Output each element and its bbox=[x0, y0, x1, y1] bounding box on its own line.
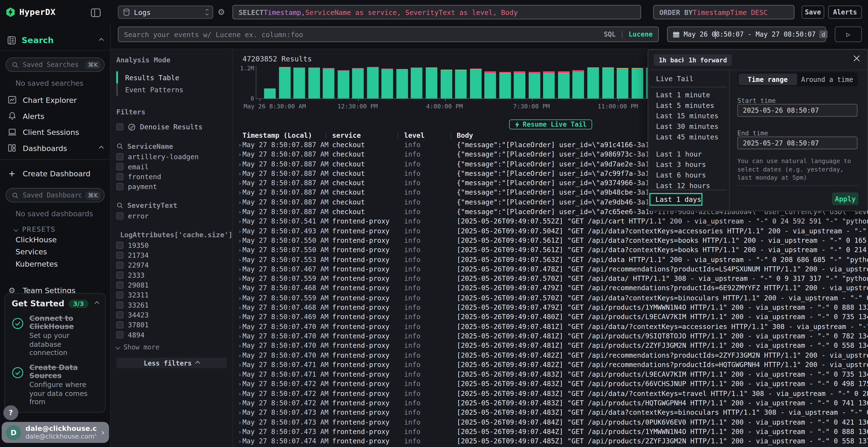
checkbox[interactable] bbox=[116, 291, 123, 299]
table-row[interactable]: › May 27 8:50:07.474 AM frontend-proxy i… bbox=[233, 437, 868, 447]
filter-value[interactable]: error bbox=[116, 212, 227, 220]
event-search-box[interactable]: SQL | Lucene bbox=[118, 27, 659, 42]
row-expand-chevron-icon[interactable]: › bbox=[238, 198, 242, 207]
row-expand-chevron-icon[interactable]: › bbox=[238, 303, 242, 313]
table-row[interactable]: › May 27 8:50:07.468 AM frontend-proxy i… bbox=[233, 303, 868, 313]
filter-value[interactable]: email bbox=[116, 163, 227, 170]
table-row[interactable]: › May 27 8:50:07.473 AM frontend-proxy i… bbox=[233, 418, 868, 427]
row-expand-chevron-icon[interactable]: › bbox=[238, 227, 242, 236]
range-option[interactable]: Last 15 minutes bbox=[656, 112, 718, 120]
table-row[interactable]: › May 27 8:50:07.468 AM frontend-proxy i… bbox=[233, 284, 868, 294]
histogram-bar[interactable] bbox=[631, 66, 643, 98]
row-expand-chevron-icon[interactable]: › bbox=[238, 284, 242, 294]
table-row[interactable]: › May 27 8:50:07.470 AM frontend-proxy i… bbox=[233, 341, 868, 351]
table-row[interactable]: › May 27 8:50:07.541 AM frontend-proxy i… bbox=[233, 217, 868, 227]
row-expand-chevron-icon[interactable]: › bbox=[238, 437, 242, 447]
row-expand-chevron-icon[interactable]: › bbox=[238, 313, 242, 322]
order-by-editor[interactable]: ORDER BY TimestampTime DESC bbox=[653, 5, 794, 20]
saved-dashboards-input[interactable] bbox=[23, 191, 81, 199]
row-expand-chevron-icon[interactable]: › bbox=[238, 294, 242, 303]
table-row[interactable]: › May 27 8:50:07.470 AM frontend-proxy i… bbox=[233, 332, 868, 341]
row-expand-chevron-icon[interactable]: › bbox=[238, 332, 242, 341]
checkbox[interactable] bbox=[116, 163, 123, 170]
run-query-button[interactable]: ▷ bbox=[835, 27, 862, 42]
row-expand-chevron-icon[interactable]: › bbox=[238, 418, 242, 427]
row-expand-chevron-icon[interactable]: › bbox=[238, 360, 242, 370]
checkbox[interactable] bbox=[116, 123, 123, 131]
mode-event-patterns[interactable]: Event Patterns bbox=[116, 83, 227, 96]
table-row[interactable]: › May 27 8:50:07.472 AM frontend-proxy i… bbox=[233, 389, 868, 399]
help-button[interactable]: ? bbox=[3, 405, 18, 420]
range-option[interactable]: Last 1 hour bbox=[656, 150, 702, 158]
filter-value[interactable]: 29081 bbox=[116, 281, 227, 289]
row-expand-chevron-icon[interactable]: › bbox=[238, 160, 242, 169]
preset-dashboard-link[interactable]: Services bbox=[0, 245, 110, 258]
histogram-bar[interactable] bbox=[587, 66, 599, 98]
row-expand-chevron-icon[interactable]: › bbox=[238, 255, 242, 265]
histogram-bar[interactable] bbox=[572, 66, 584, 98]
histogram-bar[interactable] bbox=[470, 66, 481, 98]
histogram-bar[interactable] bbox=[602, 66, 614, 98]
filter-value[interactable]: frontend bbox=[116, 173, 227, 180]
user-menu[interactable]: D dale@clickhouse.com dale@clickhouse.co… bbox=[2, 422, 109, 443]
presets-toggle[interactable]: PRESETS bbox=[14, 226, 110, 233]
row-expand-chevron-icon[interactable]: › bbox=[238, 217, 242, 227]
table-row[interactable]: › May 27 8:50:07.467 AM frontend-proxy i… bbox=[233, 265, 868, 274]
table-row[interactable]: › May 27 8:50:07.470 AM frontend-proxy i… bbox=[233, 351, 868, 360]
range-option[interactable]: Last 6 hours bbox=[656, 171, 706, 179]
preset-dashboard-link[interactable]: ClickHouse bbox=[0, 233, 110, 246]
filter-value[interactable]: 32311 bbox=[116, 291, 227, 299]
saved-searches-input[interactable] bbox=[23, 61, 81, 69]
histogram-bar[interactable] bbox=[528, 66, 540, 98]
column-separator-icon[interactable]: ⋮ bbox=[448, 132, 454, 139]
row-expand-chevron-icon[interactable]: › bbox=[238, 265, 242, 274]
lucene-mode-toggle[interactable]: Lucene bbox=[628, 30, 653, 38]
histogram-bar[interactable] bbox=[396, 66, 408, 98]
col-service[interactable]: service bbox=[332, 132, 404, 140]
histogram-bar[interactable] bbox=[323, 66, 334, 98]
sidebar-item-client-sessions[interactable]: Client Sessions bbox=[0, 124, 110, 140]
sidebar-item-alerts[interactable]: Alerts bbox=[0, 108, 110, 124]
histogram-bar[interactable] bbox=[426, 66, 437, 98]
saved-dashboards-box[interactable]: ⌘K bbox=[5, 188, 105, 203]
histogram-bar[interactable] bbox=[485, 66, 496, 98]
close-icon[interactable] bbox=[853, 55, 860, 62]
get-started-item[interactable]: Connect to ClickHouse Set up your databa… bbox=[11, 314, 98, 357]
column-separator-icon[interactable]: ⋮ bbox=[395, 132, 401, 139]
checkbox[interactable] bbox=[116, 271, 123, 279]
table-row[interactable]: › May 27 8:50:07.473 AM frontend-proxy i… bbox=[233, 408, 868, 418]
checkbox[interactable] bbox=[116, 242, 123, 249]
denoise-results-checkbox[interactable]: Denoise Results bbox=[116, 123, 227, 131]
checkbox[interactable] bbox=[116, 321, 123, 329]
range-option[interactable]: Last 30 minutes bbox=[656, 122, 718, 130]
resume-live-tail-button[interactable]: Resume Live Tail bbox=[509, 119, 592, 129]
col-timestamp[interactable]: Timestamp (Local) bbox=[243, 132, 332, 140]
row-expand-chevron-icon[interactable]: › bbox=[238, 188, 242, 198]
row-expand-chevron-icon[interactable]: › bbox=[238, 169, 242, 179]
histogram-bar[interactable] bbox=[308, 66, 320, 98]
histogram-bar[interactable] bbox=[382, 66, 393, 98]
filter-value[interactable]: 21734 bbox=[116, 252, 227, 259]
table-row[interactable]: › May 27 8:50:07.550 AM frontend-proxy i… bbox=[233, 236, 868, 246]
saved-searches-box[interactable]: ⌘K bbox=[5, 58, 105, 72]
sidebar-collapse-button[interactable] bbox=[91, 8, 101, 17]
row-expand-chevron-icon[interactable]: › bbox=[238, 322, 242, 332]
collapse-get-started-chevron-icon[interactable] bbox=[94, 301, 99, 306]
row-expand-chevron-icon[interactable]: › bbox=[238, 370, 242, 380]
create-dashboard-button[interactable]: + Create Dashboard bbox=[0, 165, 110, 181]
preset-dashboard-link[interactable]: Kubernetes bbox=[0, 258, 110, 270]
table-row[interactable]: › May 27 8:50:07.469 AM frontend-proxy i… bbox=[233, 313, 868, 322]
sql-mode-toggle[interactable]: SQL bbox=[604, 30, 616, 38]
end-time-input[interactable] bbox=[737, 137, 858, 149]
checkbox[interactable] bbox=[116, 331, 123, 338]
checkbox[interactable] bbox=[116, 262, 123, 269]
checkbox[interactable] bbox=[116, 212, 123, 220]
checkbox[interactable] bbox=[116, 301, 123, 309]
range-option[interactable]: Last 1 minute bbox=[656, 91, 710, 99]
live-tail-option[interactable]: Live Tail bbox=[656, 75, 694, 83]
range-option[interactable]: Last 12 hours bbox=[656, 181, 710, 190]
histogram-bar[interactable] bbox=[543, 66, 555, 98]
checkbox[interactable] bbox=[116, 252, 123, 259]
row-expand-chevron-icon[interactable]: › bbox=[238, 274, 242, 284]
search-icon[interactable] bbox=[116, 143, 123, 150]
